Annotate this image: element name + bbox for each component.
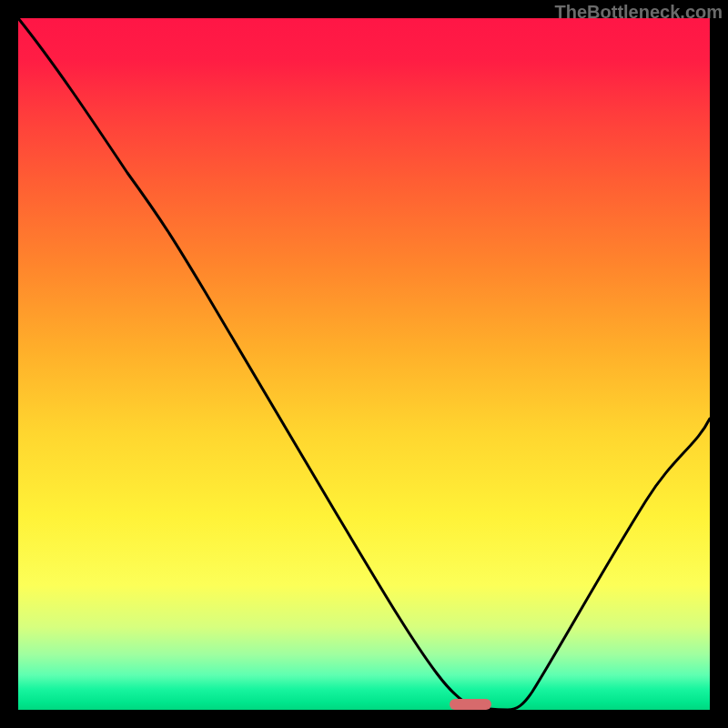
bottleneck-curve xyxy=(18,18,710,710)
chart-stage: TheBottleneck.com xyxy=(0,0,728,728)
optimum-marker xyxy=(450,699,491,710)
bottleneck-curve-path xyxy=(18,18,710,710)
gradient-plot-area xyxy=(18,18,710,710)
